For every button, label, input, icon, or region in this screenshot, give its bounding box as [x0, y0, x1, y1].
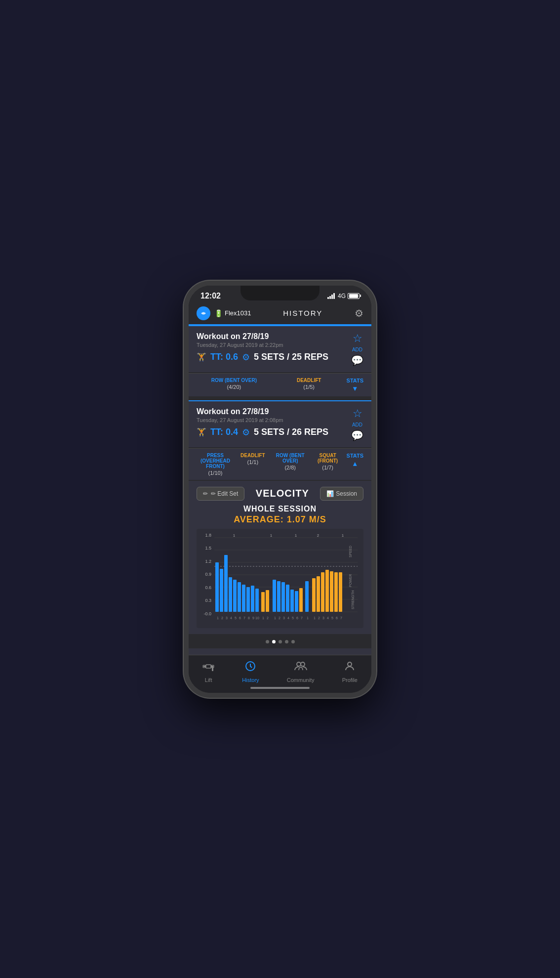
- y-label-7: -0.0: [199, 611, 211, 616]
- side-btn-power: [375, 365, 376, 399]
- battery-icon: [348, 293, 360, 299]
- svg-text:SPEED: SPEED: [349, 546, 352, 557]
- y-label-2: 1.5: [199, 546, 211, 551]
- dot-5[interactable]: [291, 640, 295, 643]
- add-label-1: ADD: [352, 347, 362, 352]
- svg-text:6: 6: [296, 616, 298, 620]
- svg-text:5: 5: [235, 616, 237, 620]
- svg-text:1: 1: [270, 533, 273, 538]
- comment-icon-1[interactable]: 💬: [351, 354, 363, 366]
- session-button[interactable]: 📊 Session: [320, 487, 363, 501]
- side-btn-vol-down: [184, 387, 185, 412]
- exercise-name-2-3: ROW (BENT OVER): [272, 453, 309, 464]
- svg-text:10: 10: [255, 616, 259, 620]
- svg-rect-28: [286, 585, 289, 612]
- exercise-sets-1-1: (4/20): [197, 384, 272, 390]
- exercise-item-2-4: SQUAT (FRONT) (1/7): [309, 453, 347, 470]
- chart-icon: 📊: [326, 490, 334, 497]
- stats-btn-1[interactable]: STATS ▾: [347, 378, 363, 392]
- svg-rect-37: [330, 571, 333, 612]
- profile-icon: [344, 660, 356, 675]
- chevron-up-2: ▴: [353, 460, 357, 468]
- workout-date-2: Tuesday, 27 August 2019 at 2:08pm: [197, 417, 328, 423]
- exercise-sets-2-3: (2/8): [272, 465, 309, 470]
- nav-item-history[interactable]: History: [242, 660, 259, 683]
- status-icons: 4G: [327, 293, 360, 299]
- header-left: 🔋 Flex1031: [197, 306, 251, 320]
- svg-text:2: 2: [267, 616, 269, 620]
- svg-text:3: 3: [283, 616, 285, 620]
- workout-card-1: Workout on 27/8/19 Tuesday, 27 August 20…: [189, 325, 371, 372]
- app-header: 🔋 Flex1031 HISTORY ⚙: [189, 302, 371, 325]
- community-icon: [294, 660, 307, 675]
- svg-text:4: 4: [287, 616, 289, 620]
- y-label-5: 0.6: [199, 585, 211, 590]
- svg-text:2: 2: [221, 616, 223, 620]
- svg-text:9: 9: [252, 616, 254, 620]
- svg-text:5: 5: [331, 616, 333, 620]
- exercise-item-2-3: ROW (BENT OVER) (2/8): [272, 453, 309, 470]
- svg-text:POWER: POWER: [349, 574, 352, 587]
- network-label: 4G: [338, 293, 346, 299]
- svg-rect-73: [206, 665, 211, 668]
- favorite-icon-1[interactable]: ☆: [353, 332, 362, 345]
- svg-rect-26: [277, 581, 280, 612]
- svg-text:STRENGTH: STRENGTH: [351, 590, 355, 609]
- svg-text:1: 1: [217, 616, 219, 620]
- page-dots: [189, 634, 371, 647]
- workout-date-1: Tuesday, 27 August 2019 at 2:22pm: [197, 342, 328, 348]
- y-label-3: 1.2: [199, 559, 211, 564]
- whole-session-label: WHOLE SESSION: [197, 505, 363, 513]
- svg-rect-15: [224, 555, 228, 612]
- velocity-section: ✏ ✏ Edit Set VELOCITY 📊 Session WHOLE SE…: [189, 481, 371, 634]
- svg-rect-21: [251, 586, 254, 612]
- dot-4[interactable]: [285, 640, 288, 643]
- svg-rect-17: [233, 580, 237, 612]
- add-label-2: ADD: [352, 422, 362, 427]
- velocity-chart: 1.8 1.5 1.2 0.9 0.6 0.3 -0.0: [197, 529, 363, 628]
- nav-item-profile[interactable]: Profile: [342, 660, 358, 683]
- exercise-name-1-2: DEADLIFT: [272, 378, 347, 383]
- sets-reps-2: 5 SETS / 26 REPS: [254, 427, 328, 437]
- dot-2[interactable]: [272, 640, 276, 643]
- svg-text:6: 6: [239, 616, 241, 620]
- profile-label: Profile: [342, 677, 358, 683]
- device-info: 🔋 Flex1031: [214, 309, 251, 317]
- workout-header-1: Workout on 27/8/19 Tuesday, 27 August 20…: [197, 332, 363, 366]
- svg-rect-13: [215, 562, 219, 612]
- weight-icon-2: 🏋️: [197, 427, 206, 437]
- exercise-sets-1-2: (1/5): [272, 384, 347, 390]
- svg-text:2: 2: [279, 616, 280, 620]
- comment-icon-2[interactable]: 💬: [351, 429, 363, 441]
- svg-text:7: 7: [243, 616, 245, 620]
- nav-item-lift[interactable]: Lift: [202, 660, 214, 683]
- stats-btn-2[interactable]: STATS ▴: [347, 453, 363, 468]
- scroll-content[interactable]: Workout on 27/8/19 Tuesday, 27 August 20…: [189, 325, 371, 655]
- svg-text:1: 1: [314, 616, 316, 620]
- session-label: Session: [336, 490, 357, 497]
- svg-text:1: 1: [262, 616, 264, 620]
- workout-title-2: Workout on 27/8/19: [197, 407, 328, 416]
- nav-item-community[interactable]: Community: [287, 660, 315, 683]
- pencil-icon: ✏: [203, 490, 208, 497]
- svg-point-79: [297, 662, 301, 666]
- stats-label-1: STATS: [347, 378, 363, 383]
- settings-icon[interactable]: ⚙: [355, 307, 363, 319]
- home-indicator: [250, 687, 310, 689]
- favorite-icon-2[interactable]: ☆: [353, 407, 362, 420]
- workout-title-1: Workout on 27/8/19: [197, 332, 328, 341]
- svg-rect-29: [290, 590, 294, 612]
- svg-text:1: 1: [295, 533, 297, 538]
- lift-icon: [202, 660, 214, 675]
- workout-stats-2: 🏋️ TT: 0.4 ⚙ 5 SETS / 26 REPS: [197, 427, 328, 438]
- device-name-label: Flex1031: [225, 309, 251, 317]
- exercise-item-2-1: PRESS (OVERHEAD FRONT) (1/10): [197, 453, 234, 476]
- velocity-title: VELOCITY: [256, 488, 309, 499]
- svg-text:4: 4: [230, 616, 232, 620]
- dot-1[interactable]: [266, 640, 269, 643]
- svg-rect-24: [266, 590, 269, 612]
- svg-text:2: 2: [318, 616, 320, 620]
- edit-set-button[interactable]: ✏ ✏ Edit Set: [197, 487, 244, 501]
- dot-3[interactable]: [279, 640, 282, 643]
- exercise-sets-2-1: (1/10): [197, 470, 234, 476]
